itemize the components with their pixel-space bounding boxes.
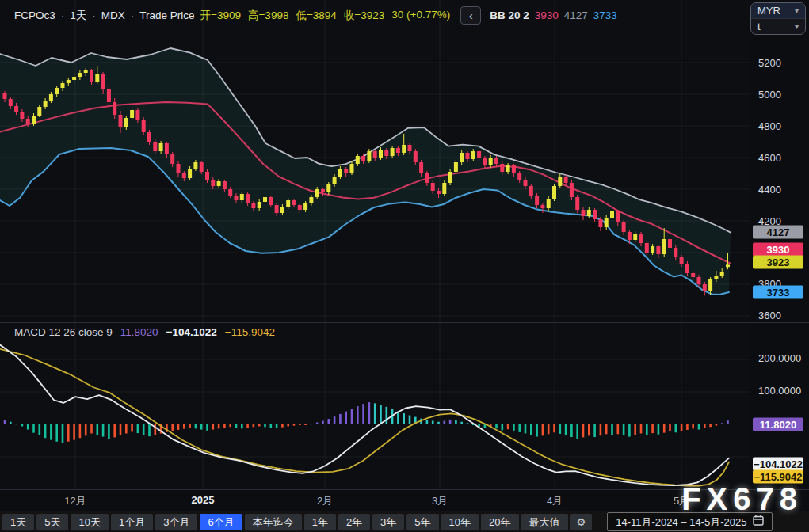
- axis-tick-label: 100.0000: [758, 385, 801, 397]
- ohlc-values: 开=3909 高=3998 低=3894 收=3923 30 (+0.77%): [200, 9, 451, 23]
- price-badge: 3733: [753, 286, 803, 299]
- legend-collapse-button[interactable]: ‹: [460, 6, 481, 25]
- axis-tick-label: 200.0000: [758, 352, 801, 364]
- range-button-5天[interactable]: 5天: [36, 514, 68, 530]
- price-badge: 4127: [753, 226, 803, 239]
- macd-badge: 11.8020: [753, 418, 803, 431]
- pane-separator-axis: [750, 322, 809, 323]
- axis-tick-label: 4800: [758, 120, 781, 132]
- bb-basis-value: 3930: [535, 10, 559, 21]
- range-button-1个月[interactable]: 1个月: [111, 514, 153, 530]
- macd-line-value: −104.1022: [166, 326, 217, 338]
- time-axis[interactable]: 12月20252月3月4月5月: [0, 489, 809, 511]
- chart-canvas[interactable]: [0, 0, 750, 489]
- range-button-20年[interactable]: 20年: [481, 514, 518, 530]
- macd-indicator-label: MACD 12 26 close 9: [14, 326, 113, 338]
- close-value: 收=3923: [344, 9, 384, 23]
- date-range-text: 14-11月-2024 – 14-5月-2025: [616, 515, 746, 529]
- low-value: 低=3894: [296, 9, 336, 23]
- price-badge: 3930: [753, 243, 803, 256]
- range-toolbar: 1天5天10天1个月3个月6个月本年迄今1年2年3年5年10年20年最大值⚙14…: [0, 511, 809, 532]
- time-axis-label: 12月: [64, 494, 86, 508]
- range-button-1年[interactable]: 1年: [304, 514, 336, 530]
- currency-dropdown[interactable]: MYR ▾: [751, 3, 805, 19]
- unit-value: t: [757, 21, 761, 32]
- gear-icon[interactable]: ⚙: [570, 514, 593, 530]
- range-button-本年迄今[interactable]: 本年迄今: [245, 514, 302, 530]
- series-type-label: Trade Price: [139, 10, 194, 21]
- interval-label: 1天: [70, 9, 86, 23]
- range-button-10天[interactable]: 10天: [71, 514, 108, 530]
- calendar-icon: [753, 515, 764, 529]
- bb-upper-value: 4127: [564, 10, 588, 21]
- date-range-picker[interactable]: 14-11月-2024 – 14-5月-2025: [607, 512, 773, 531]
- axis-tick-label: 5200: [758, 57, 781, 69]
- trading-terminal: FCPOc3 · 1天 · MDX · Trade Price 开=3909 高…: [0, 0, 809, 532]
- range-button-3年[interactable]: 3年: [372, 514, 404, 530]
- time-axis-label: 5月: [674, 494, 689, 508]
- bb-indicator-label: BB 20 2: [490, 10, 529, 21]
- macd-badge: −104.1022: [753, 458, 803, 471]
- range-button-1天[interactable]: 1天: [2, 514, 34, 530]
- chevron-down-icon: ▾: [795, 22, 799, 31]
- open-value: 开=3909: [200, 9, 241, 23]
- macd-badge: −115.9042: [753, 470, 803, 484]
- time-axis-label: 3月: [432, 494, 448, 508]
- currency-unit-panel: MYR ▾ t ▾: [750, 2, 806, 35]
- range-button-6个月[interactable]: 6个月: [200, 514, 242, 530]
- exchange-label: MDX: [101, 10, 125, 21]
- time-axis-label: 2025: [192, 494, 215, 506]
- chevron-down-icon: ▾: [795, 6, 799, 15]
- symbol-name: FCPOc3: [14, 10, 55, 21]
- macd-signal-value: −115.9042: [225, 326, 275, 338]
- bb-lower-value: 3733: [593, 10, 617, 21]
- axis-tick-label: 4400: [758, 184, 781, 196]
- range-button-3个月[interactable]: 3个月: [155, 514, 197, 530]
- high-value: 高=3998: [248, 9, 288, 23]
- axis-tick-label: 5000: [758, 89, 781, 101]
- currency-value: MYR: [757, 5, 780, 17]
- time-axis-label: 2月: [317, 494, 333, 508]
- range-button-10年[interactable]: 10年: [441, 514, 479, 530]
- time-axis-label: 4月: [547, 494, 563, 508]
- macd-histogram-value: 11.8020: [120, 326, 158, 338]
- change-value: 30 (+0.77%): [391, 9, 450, 23]
- axis-tick-label: 4600: [758, 152, 781, 164]
- price-badge: 3923: [753, 256, 803, 269]
- price-axis[interactable]: 5200500048004600440042003800360041273930…: [750, 0, 809, 489]
- range-button-5年[interactable]: 5年: [406, 514, 438, 530]
- macd-legend: MACD 12 26 close 9 11.8020 −104.1022 −11…: [14, 326, 275, 338]
- axis-tick-label: 3600: [758, 310, 781, 321]
- range-button-最大值[interactable]: 最大值: [521, 514, 568, 530]
- unit-dropdown[interactable]: t ▾: [751, 19, 805, 34]
- symbol-legend: FCPOc3 · 1天 · MDX · Trade Price 开=3909 高…: [14, 6, 617, 25]
- range-button-2年[interactable]: 2年: [338, 514, 370, 530]
